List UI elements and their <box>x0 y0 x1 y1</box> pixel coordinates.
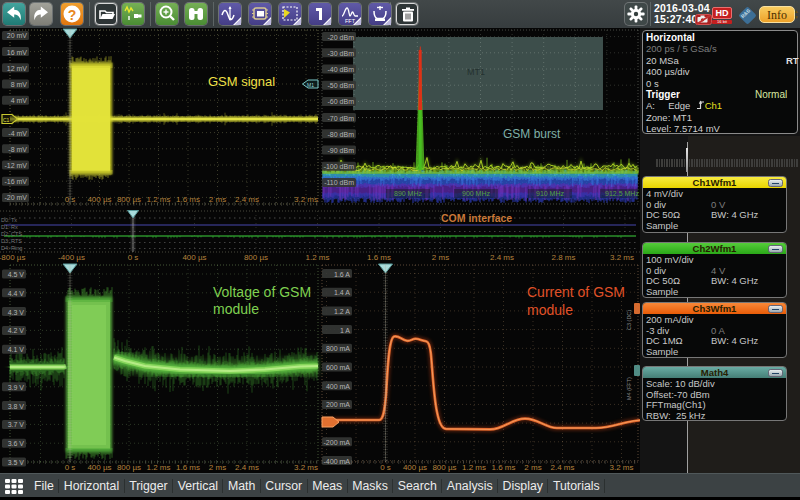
svg-text:900 MHz: 900 MHz <box>462 190 491 197</box>
svg-text:3.6 V: 3.6 V <box>8 440 25 447</box>
svg-text:800 µs: 800 µs <box>117 195 141 204</box>
svg-text:module: module <box>213 301 259 317</box>
svg-text:3.2 ms: 3.2 ms <box>294 463 318 472</box>
svg-text:-4 mV: -4 mV <box>8 130 27 137</box>
svg-text:-12 mV: -12 mV <box>4 162 27 169</box>
svg-text:D4: Ring: D4: Ring <box>1 245 22 251</box>
svg-text:-90 dBm: -90 dBm <box>328 147 355 154</box>
svg-text:-16 mV: -16 mV <box>4 178 27 185</box>
svg-text:D2: CTS: D2: CTS <box>1 231 22 237</box>
svg-text:12 mV: 12 mV <box>7 65 28 72</box>
svg-text:4.5 V: 4.5 V <box>8 271 25 278</box>
svg-text:1 A: 1 A <box>340 327 350 334</box>
svg-text:1.2 ms: 1.2 ms <box>146 463 170 472</box>
svg-text:-100 dBm: -100 dBm <box>324 163 355 170</box>
svg-text:400 µs: 400 µs <box>182 253 206 262</box>
svg-text:890 MHz: 890 MHz <box>394 190 423 197</box>
svg-text:1.2 A: 1.2 A <box>334 308 350 315</box>
svg-text:3.2 ms: 3.2 ms <box>610 253 634 262</box>
svg-text:4 mV: 4 mV <box>11 97 28 104</box>
svg-text:800 µs: 800 µs <box>244 253 268 262</box>
svg-text:M1: M1 <box>307 82 314 88</box>
svg-text:800 mA: 800 mA <box>326 345 350 352</box>
svg-text:GSM burst: GSM burst <box>503 127 561 141</box>
svg-text:C3 (DC): C3 (DC) <box>626 310 632 330</box>
svg-text:-800 µs: -800 µs <box>0 253 25 262</box>
svg-text:-20 mV: -20 mV <box>4 194 27 201</box>
svg-text:-110 dBm: -110 dBm <box>324 179 354 186</box>
svg-text:FFT: FFT <box>345 18 356 24</box>
svg-text:COM interface: COM interface <box>441 212 512 224</box>
svg-text:-50 dBm: -50 dBm <box>328 82 355 89</box>
svg-text:2.4 ms: 2.4 ms <box>235 463 259 472</box>
svg-text:4.2 V: 4.2 V <box>8 327 25 334</box>
svg-text:0 s: 0 s <box>380 463 391 472</box>
svg-text:200 mA: 200 mA <box>326 401 350 408</box>
svg-text:-40 dBm: -40 dBm <box>328 66 355 73</box>
svg-text:4.4 V: 4.4 V <box>8 290 25 297</box>
svg-text:2 ms: 2 ms <box>209 463 226 472</box>
svg-text:1.6 ms: 1.6 ms <box>491 463 515 472</box>
svg-text:0 s: 0 s <box>128 253 139 262</box>
svg-text:3.2 ms: 3.2 ms <box>294 195 318 204</box>
svg-text:400 µs: 400 µs <box>87 195 111 204</box>
svg-text:3.9 V: 3.9 V <box>8 384 25 391</box>
svg-text:2 ms: 2 ms <box>432 253 449 262</box>
svg-text:8 mV: 8 mV <box>11 81 28 88</box>
svg-text:-30 dBm: -30 dBm <box>328 50 355 57</box>
svg-text:3.2 ms: 3.2 ms <box>609 463 633 472</box>
svg-text:-80 dBm: -80 dBm <box>328 131 355 138</box>
svg-text:C1: C1 <box>3 117 10 123</box>
svg-text:D1: Rx: D1: Rx <box>1 224 18 230</box>
svg-text:2 ms: 2 ms <box>524 463 541 472</box>
svg-text:400 µs: 400 µs <box>87 463 111 472</box>
svg-text:-8 mV: -8 mV <box>8 146 27 153</box>
svg-text:2.4 ms: 2.4 ms <box>490 253 514 262</box>
svg-text:2 ms: 2 ms <box>209 195 226 204</box>
svg-text:2.8 ms: 2.8 ms <box>551 253 575 262</box>
svg-text:-60 dBm: -60 dBm <box>328 98 355 105</box>
svg-text:16 mV: 16 mV <box>7 49 28 56</box>
svg-text:0 s: 0 s <box>65 463 76 472</box>
svg-text:1.4 A: 1.4 A <box>334 289 350 296</box>
svg-text:3.8 V: 3.8 V <box>8 403 25 410</box>
svg-text:800 µs: 800 µs <box>117 463 141 472</box>
svg-text:910 MHz: 910 MHz <box>536 190 565 197</box>
svg-text:Voltage of GSM: Voltage of GSM <box>213 284 311 300</box>
svg-text:1.6 ms: 1.6 ms <box>367 253 391 262</box>
svg-text:-400 µs: -400 µs <box>58 253 85 262</box>
svg-text:D0: Tx: D0: Tx <box>1 217 17 223</box>
svg-text:1.6 ms: 1.6 ms <box>176 195 200 204</box>
svg-text:1.2 ms: 1.2 ms <box>146 195 170 204</box>
svg-text:912.5 MHz: 912.5 MHz <box>605 190 639 197</box>
svg-text:400 µs: 400 µs <box>403 463 427 472</box>
svg-text:20 mV: 20 mV <box>7 32 28 39</box>
svg-text:module: module <box>527 302 573 318</box>
svg-text:?: ? <box>68 7 77 23</box>
svg-text:2.4 ms: 2.4 ms <box>235 195 259 204</box>
svg-text:-200 mA: -200 mA <box>324 439 351 446</box>
svg-text:400 mA: 400 mA <box>326 383 350 390</box>
svg-text:Current of GSM: Current of GSM <box>527 284 625 300</box>
svg-text:1.6 ms: 1.6 ms <box>176 463 200 472</box>
svg-text:D3: RTS: D3: RTS <box>1 238 22 244</box>
svg-text:-20 dBm: -20 dBm <box>328 34 355 41</box>
svg-text:1.6 A: 1.6 A <box>334 271 350 278</box>
svg-text:2.4 ms: 2.4 ms <box>550 463 574 472</box>
svg-text:-70 dBm: -70 dBm <box>328 115 355 122</box>
svg-text:600 mA: 600 mA <box>326 364 350 371</box>
svg-text:1.2 ms: 1.2 ms <box>462 463 486 472</box>
svg-text:4.1 V: 4.1 V <box>8 346 25 353</box>
svg-text:4.3 V: 4.3 V <box>8 309 25 316</box>
svg-text:M4 (FFT): M4 (FFT) <box>626 377 632 400</box>
svg-text:GSM signal: GSM signal <box>208 74 275 89</box>
svg-text:1.2 ms: 1.2 ms <box>305 253 329 262</box>
svg-text:MT1: MT1 <box>467 67 485 77</box>
svg-text:3.7 V: 3.7 V <box>8 421 25 428</box>
svg-text:800 µs: 800 µs <box>432 463 456 472</box>
